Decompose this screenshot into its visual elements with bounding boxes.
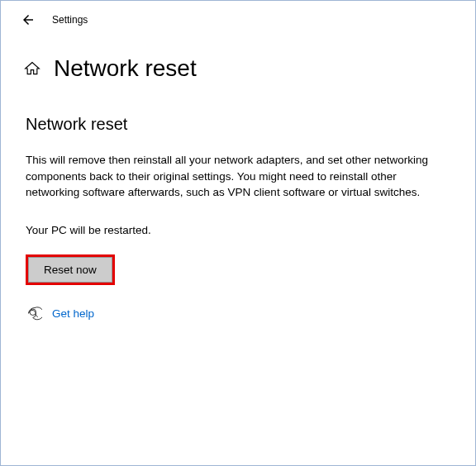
header-app-label: Settings — [52, 14, 88, 26]
get-help-link[interactable]: Get help — [52, 307, 94, 320]
home-icon — [24, 60, 40, 77]
title-row: Network reset — [1, 36, 475, 88]
restart-note: Your PC will be restarted. — [26, 224, 447, 236]
back-button[interactable] — [21, 12, 36, 27]
description-text: This will remove then reinstall all your… — [26, 152, 447, 201]
header-bar: Settings — [1, 1, 475, 36]
help-icon — [27, 307, 42, 321]
section-heading: Network reset — [26, 115, 447, 134]
help-row: Get help — [26, 307, 447, 321]
reset-button-highlight: Reset now — [26, 254, 115, 285]
back-arrow-icon — [21, 12, 36, 27]
main-content: Network reset This will remove then rein… — [1, 88, 475, 321]
page-title: Network reset — [54, 55, 197, 82]
reset-now-button[interactable]: Reset now — [28, 257, 112, 283]
